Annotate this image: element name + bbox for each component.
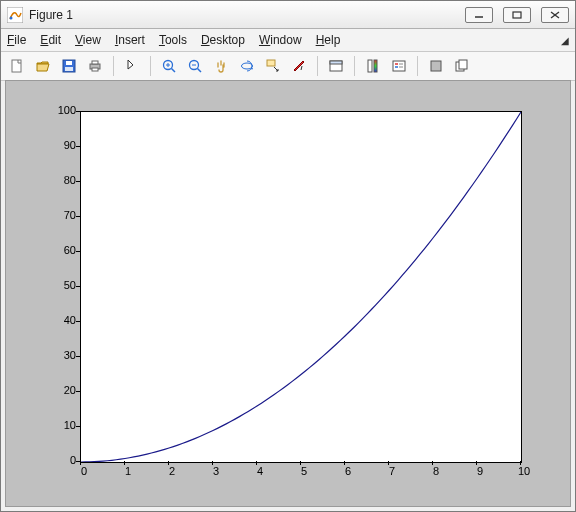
- zoom-in-button[interactable]: [157, 54, 181, 78]
- svg-rect-3: [513, 12, 521, 18]
- line-plot: [81, 112, 521, 462]
- svg-rect-24: [368, 60, 372, 72]
- data-cursor-button[interactable]: [261, 54, 285, 78]
- svg-rect-6: [12, 60, 21, 72]
- link-data-button[interactable]: [324, 54, 348, 78]
- x-tick-label: 9: [470, 465, 490, 477]
- new-figure-button[interactable]: [5, 54, 29, 78]
- toolbar-separator: [317, 56, 318, 76]
- x-tick-label: 10: [514, 465, 534, 477]
- toolbar-separator: [354, 56, 355, 76]
- close-button[interactable]: [541, 7, 569, 23]
- pan-button[interactable]: [209, 54, 233, 78]
- toolbar-separator: [150, 56, 151, 76]
- axes[interactable]: [80, 111, 522, 463]
- x-tick-label: 8: [426, 465, 446, 477]
- svg-rect-26: [393, 61, 405, 71]
- x-tick-label: 3: [206, 465, 226, 477]
- zoom-out-button[interactable]: [183, 54, 207, 78]
- svg-rect-33: [459, 60, 467, 69]
- insert-legend-button[interactable]: [387, 54, 411, 78]
- x-tick-label: 2: [162, 465, 182, 477]
- svg-rect-23: [330, 61, 342, 64]
- y-tick-label: 0: [46, 454, 76, 466]
- menu-window[interactable]: Window: [259, 33, 302, 47]
- rotate-3d-button[interactable]: [235, 54, 259, 78]
- show-plot-tools-button[interactable]: [450, 54, 474, 78]
- x-tick-label: 4: [250, 465, 270, 477]
- y-tick-label: 30: [46, 349, 76, 361]
- y-tick-label: 60: [46, 244, 76, 256]
- figure-window: Figure 1 File Edit View Insert Tools Des…: [0, 0, 576, 512]
- svg-rect-21: [267, 60, 275, 66]
- figure-canvas[interactable]: 0123456789100102030405060708090100: [5, 80, 571, 507]
- menubar: File Edit View Insert Tools Desktop Wind…: [1, 29, 575, 52]
- svg-point-1: [10, 16, 13, 19]
- x-tick-label: 6: [338, 465, 358, 477]
- toolbar-separator: [113, 56, 114, 76]
- open-button[interactable]: [31, 54, 55, 78]
- y-tick-label: 70: [46, 209, 76, 221]
- y-tick-label: 90: [46, 139, 76, 151]
- titlebar: Figure 1: [1, 1, 575, 29]
- insert-colorbar-button[interactable]: [361, 54, 385, 78]
- matlab-icon: [7, 7, 23, 23]
- y-tick-label: 20: [46, 384, 76, 396]
- svg-rect-31: [431, 61, 441, 71]
- menu-desktop[interactable]: Desktop: [201, 33, 245, 47]
- toolbar-separator: [417, 56, 418, 76]
- menu-view[interactable]: View: [75, 33, 101, 47]
- hide-plot-tools-button[interactable]: [424, 54, 448, 78]
- menu-file[interactable]: File: [7, 33, 26, 47]
- menu-edit[interactable]: Edit: [40, 33, 61, 47]
- svg-rect-12: [92, 68, 98, 71]
- menu-insert[interactable]: Insert: [115, 33, 145, 47]
- x-tick-label: 0: [74, 465, 94, 477]
- save-button[interactable]: [57, 54, 81, 78]
- y-tick-label: 10: [46, 419, 76, 431]
- svg-rect-11: [92, 61, 98, 64]
- menu-help[interactable]: Help: [316, 33, 341, 47]
- menu-overflow-icon[interactable]: ◢: [561, 35, 569, 46]
- svg-point-20: [242, 63, 253, 69]
- maximize-button[interactable]: [503, 7, 531, 23]
- x-tick-label: 5: [294, 465, 314, 477]
- svg-rect-9: [65, 67, 73, 71]
- svg-rect-25: [374, 60, 377, 72]
- menu-tools[interactable]: Tools: [159, 33, 187, 47]
- y-tick-label: 50: [46, 279, 76, 291]
- y-tick-label: 100: [46, 104, 76, 116]
- window-buttons: [465, 7, 569, 23]
- svg-line-14: [172, 69, 176, 73]
- window-title: Figure 1: [29, 8, 73, 22]
- minimize-button[interactable]: [465, 7, 493, 23]
- svg-rect-8: [66, 61, 72, 65]
- x-tick-label: 7: [382, 465, 402, 477]
- print-button[interactable]: [83, 54, 107, 78]
- y-tick-label: 40: [46, 314, 76, 326]
- x-tick-label: 1: [118, 465, 138, 477]
- toolbar: [1, 52, 575, 81]
- svg-line-18: [198, 69, 202, 73]
- brush-button[interactable]: [287, 54, 311, 78]
- y-tick-label: 80: [46, 174, 76, 186]
- edit-plot-button[interactable]: [120, 54, 144, 78]
